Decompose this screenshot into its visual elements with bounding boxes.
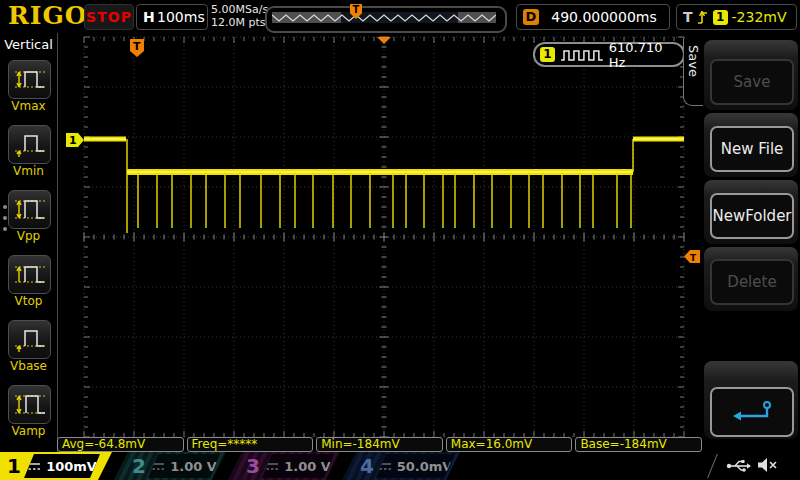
back-button[interactable] xyxy=(710,387,794,437)
new-folder-button[interactable]: NewFolder xyxy=(710,193,794,239)
channel-1-scale: 100mV xyxy=(46,459,97,474)
oscilloscope-screen: RIGOL STOP H 100ms 5.00MSa/s 12.0M pts T… xyxy=(0,0,800,480)
vamp-label: Vamp xyxy=(0,424,57,438)
delay-label: D xyxy=(523,9,539,25)
acquisition-info: 5.00MSa/s 12.0M pts xyxy=(211,3,268,29)
channel-4-number: 4 xyxy=(360,453,374,479)
speaker-muted-icon[interactable] xyxy=(756,456,778,474)
channel-3-scale: 1.00 V xyxy=(284,459,331,474)
page-indicator-dot xyxy=(3,205,7,209)
channel-1-number: 1 xyxy=(7,453,21,479)
horizontal-timebase-box[interactable]: H 100ms xyxy=(136,4,208,30)
measurement-results-bar: Avg=-64.8mV Freq=***** Min=-184mV Max=16… xyxy=(57,437,702,452)
usb-icon[interactable] xyxy=(726,458,752,473)
frequency-counter: 1 610.710 Hz xyxy=(533,42,685,67)
dc-coupling-icon xyxy=(378,461,392,472)
run-stop-status[interactable]: STOP xyxy=(84,4,134,30)
rising-edge-icon xyxy=(697,9,709,26)
page-indicator-dot xyxy=(3,216,7,220)
center-position-marker-icon xyxy=(377,37,391,44)
vtop-label: Vtop xyxy=(0,294,57,308)
meas-freq: Freq=***** xyxy=(187,437,314,452)
trigger-source-badge: 1 xyxy=(713,10,728,25)
trigger-level-value: -232mV xyxy=(732,9,787,25)
sample-rate: 5.00MSa/s xyxy=(211,3,268,16)
sidebar-title: Vertical xyxy=(0,37,57,52)
meas-base: Base=-184mV xyxy=(575,437,702,452)
vertical-measure-sidebar: Vertical Vmax Vmin xyxy=(0,33,58,452)
return-arrow-icon xyxy=(729,399,775,425)
channel-2-scale: 1.00 V xyxy=(170,459,217,474)
timebase-value: 100ms xyxy=(155,9,207,25)
h-label: H xyxy=(143,9,155,25)
scope-display: 1 T T 1 610.710 Hz xyxy=(58,33,702,452)
graticule-grid xyxy=(84,37,684,437)
menu-tab-title: Save xyxy=(686,45,701,77)
frequency-value: 610.710 Hz xyxy=(609,40,683,70)
vpp-icon xyxy=(13,195,47,224)
vtop-icon xyxy=(13,260,47,289)
trigger-position-marker[interactable]: T xyxy=(130,39,144,57)
vpp-label: Vpp xyxy=(0,229,57,243)
vamp-icon xyxy=(13,390,47,419)
vmin-label: Vmin xyxy=(0,164,57,178)
counter-channel-badge: 1 xyxy=(540,47,555,62)
top-status-bar: RIGOL STOP H 100ms 5.00MSa/s 12.0M pts T… xyxy=(0,0,800,34)
vpp-button[interactable] xyxy=(8,190,51,229)
channel-status-bar: 1 100mV 2 1.00 V 3 xyxy=(0,452,800,480)
vmax-label: Vmax xyxy=(0,99,57,113)
channel-3-number: 3 xyxy=(246,453,260,479)
svg-text:T: T xyxy=(690,253,697,263)
svg-text:T: T xyxy=(133,40,141,53)
channel-4-block[interactable]: 4 50.0mV xyxy=(342,452,460,480)
ch1-level-marker[interactable]: 1 xyxy=(66,133,84,147)
meas-min: Min=-184mV xyxy=(316,437,443,452)
graticule-and-waveform: 1 T T xyxy=(58,33,702,452)
vmin-button[interactable] xyxy=(8,125,51,164)
meas-max: Max=16.0mV xyxy=(446,437,573,452)
vtop-button[interactable] xyxy=(8,255,51,294)
memory-strip xyxy=(272,12,496,23)
vbase-icon xyxy=(13,325,47,354)
dc-coupling-icon xyxy=(27,461,41,472)
save-button[interactable]: Save xyxy=(710,59,794,105)
vmax-icon xyxy=(13,65,47,94)
vmax-button[interactable] xyxy=(8,60,51,99)
channel-2-number: 2 xyxy=(132,453,146,479)
delay-box[interactable]: D 490.000000ms xyxy=(516,4,670,30)
vamp-button[interactable] xyxy=(8,385,51,424)
vbase-label: Vbase xyxy=(0,359,57,373)
trigger-status-box[interactable]: T 1 -232mV xyxy=(676,4,797,30)
overview-waveform xyxy=(272,12,496,23)
channel-1-block[interactable]: 1 100mV xyxy=(0,452,112,480)
vbase-button[interactable] xyxy=(8,320,51,359)
vmin-icon xyxy=(13,130,47,159)
trigger-level-marker[interactable]: T xyxy=(684,250,700,263)
trigger-label: T xyxy=(683,9,693,25)
dc-coupling-icon xyxy=(265,461,279,472)
dc-coupling-icon xyxy=(151,461,165,472)
channel-2-block[interactable]: 2 1.00 V xyxy=(114,452,226,480)
svg-text:1: 1 xyxy=(69,134,77,147)
page-indicator-dot xyxy=(3,227,7,231)
waveform-overview-bar[interactable]: T xyxy=(265,6,507,33)
meas-avg: Avg=-64.8mV xyxy=(57,437,184,452)
channel-4-scale: 50.0mV xyxy=(397,459,453,474)
save-menu-panel: Save Save New File NewFolder Delete xyxy=(702,33,800,452)
channel-3-block[interactable]: 3 1.00 V xyxy=(228,452,340,480)
menu-tab: Save xyxy=(683,39,703,106)
delete-button[interactable]: Delete xyxy=(710,259,794,305)
memory-depth: 12.0M pts xyxy=(211,16,268,29)
new-file-button[interactable]: New File xyxy=(710,126,794,172)
delay-value: 490.000000ms xyxy=(539,9,669,25)
square-wave-icon xyxy=(560,48,604,62)
